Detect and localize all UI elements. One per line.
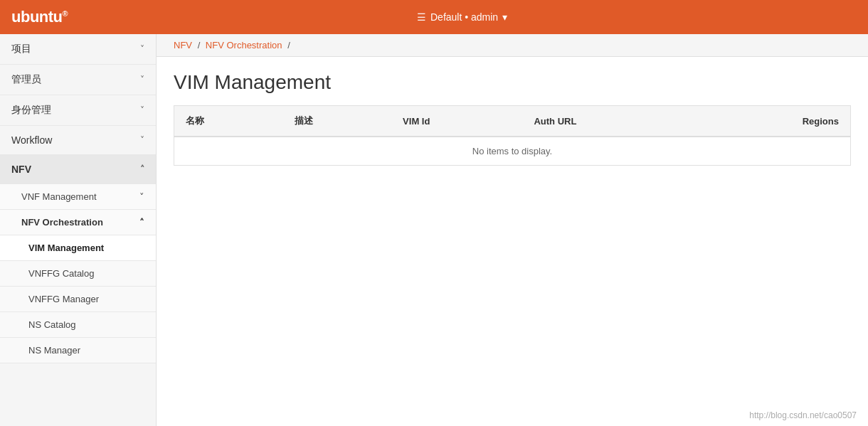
watermark-text: http://blog.csdn.net/cao0507 [749,410,857,420]
sidebar-sub-item-vnf-management[interactable]: VNF Management ˅ [0,184,156,210]
sidebar-item-label-shen-fen-guan-li: 身份管理 [11,104,51,117]
sidebar-sub-item-nfv-orchestration[interactable]: NFV Orchestration ˄ [0,210,156,235]
table-body: No items to display. [174,137,851,166]
sidebar-sub-item-label-vnf-management: VNF Management [21,191,97,202]
sidebar: 项目 ˅ 管理员 ˅ 身份管理 ˅ Workflow ˅ NFV ˄ VNF M… [0,34,157,426]
main-layout: 项目 ˅ 管理员 ˅ 身份管理 ˅ Workflow ˅ NFV ˄ VNF M… [0,34,868,426]
sidebar-leaf-vnffg-catalog[interactable]: VNFFG Catalog [0,261,156,287]
sidebar-item-label-workflow: Workflow [11,134,52,146]
sidebar-item-label-nfv: NFV [11,164,31,175]
project-icon: ☰ [417,11,426,23]
col-vim-id: VIM Id [391,106,522,137]
content-area: NFV / NFV Orchestration / VIM Management… [157,34,868,426]
no-items-message: No items to display. [174,137,851,166]
chevron-xiang-mu: ˅ [140,44,144,54]
logo: ubuntu® [11,8,68,26]
breadcrumb-separator-2: / [287,40,290,50]
sidebar-item-xiang-mu[interactable]: 项目 ˅ [0,34,156,65]
sidebar-sub-item-label-nfv-orchestration: NFV Orchestration [21,217,103,228]
sidebar-leaf-label-vnffg-catalog: VNFFG Catalog [28,268,94,279]
sidebar-leaf-ns-catalog[interactable]: NS Catalog [0,312,156,338]
sidebar-item-label-xiang-mu: 项目 [11,43,31,55]
sidebar-leaf-vnffg-manager[interactable]: VNFFG Manager [0,287,156,312]
sidebar-leaf-ns-manager[interactable]: NS Manager [0,338,156,363]
chevron-guan-li-yuan: ˅ [140,75,144,85]
sidebar-item-label-guan-li-yuan: 管理员 [11,73,41,86]
topbar-center: ☰ Default • admin ▾ [68,11,857,23]
sidebar-leaf-label-vim-management: VIM Management [28,243,104,253]
chevron-nfv: ˄ [140,164,144,174]
col-description: 描述 [283,106,391,137]
chevron-shen-fen-guan-li: ˅ [140,105,144,115]
chevron-workflow: ˅ [140,135,144,145]
breadcrumb-separator-1: / [198,40,203,50]
logo-sup: ® [63,9,68,18]
footer-watermark: http://blog.csdn.net/cao0507 [157,405,868,426]
page-header: VIM Management [157,57,868,105]
project-label: Default • admin [430,11,498,23]
sidebar-leaf-label-vnffg-manager: VNFFG Manager [28,294,99,304]
sidebar-leaf-vim-management[interactable]: VIM Management [0,235,156,261]
sidebar-item-guan-li-yuan[interactable]: 管理员 ˅ [0,65,156,95]
sidebar-leaf-label-ns-catalog: NS Catalog [28,319,75,330]
breadcrumb-nfv[interactable]: NFV [174,40,192,50]
chevron-nfv-orchestration: ˄ [139,217,144,228]
topbar: ubuntu® ☰ Default • admin ▾ [0,0,868,34]
sidebar-item-nfv[interactable]: NFV ˄ [0,155,156,184]
table-area: 名称 描述 VIM Id Auth URL Regions No items t… [157,105,868,405]
dropdown-icon: ▾ [502,11,507,23]
chevron-vnf-management: ˅ [139,191,144,202]
logo-text: ubuntu [11,8,63,26]
col-auth-url: Auth URL [522,106,694,137]
page-title: VIM Management [174,71,851,94]
table-header: 名称 描述 VIM Id Auth URL Regions [174,106,851,137]
table-empty-row: No items to display. [174,137,851,166]
vim-management-table: 名称 描述 VIM Id Auth URL Regions No items t… [174,105,851,166]
breadcrumb: NFV / NFV Orchestration / [157,34,868,57]
sidebar-item-workflow[interactable]: Workflow ˅ [0,126,156,155]
project-selector[interactable]: ☰ Default • admin ▾ [417,11,507,23]
col-name: 名称 [174,106,283,137]
breadcrumb-nfv-orchestration[interactable]: NFV Orchestration [206,40,282,50]
col-regions: Regions [694,106,851,137]
sidebar-item-shen-fen-guan-li[interactable]: 身份管理 ˅ [0,95,156,126]
sidebar-leaf-label-ns-manager: NS Manager [28,345,80,356]
table-header-row: 名称 描述 VIM Id Auth URL Regions [174,106,851,137]
